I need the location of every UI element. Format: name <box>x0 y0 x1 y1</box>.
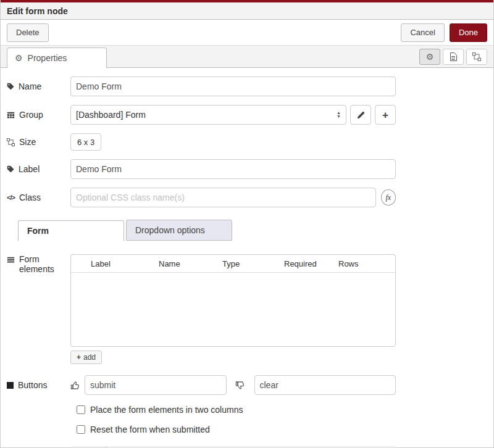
size-icon <box>7 138 15 146</box>
code-icon: </> <box>7 194 15 201</box>
column-header: Label <box>91 259 159 268</box>
two-columns-option: Place the form elements in two columns <box>77 405 493 415</box>
reset-option: Reset the form when submitted <box>77 425 493 434</box>
dialog-title: Edit form node <box>7 6 68 16</box>
editor-tabbar: ⚙ Properties ⚙ <box>1 46 493 68</box>
gear-icon: ⚙ <box>15 53 23 63</box>
cancel-button[interactable]: Cancel <box>401 23 444 42</box>
edit-form-node-dialog: Edit form node Delete Cancel Done ⚙ Prop… <box>0 0 494 448</box>
reset-checkbox[interactable] <box>77 425 85 434</box>
column-header: Rows <box>338 259 359 268</box>
group-label: Group <box>7 110 70 120</box>
form-elements-table-header: Label Name Type Required Rows <box>71 255 395 273</box>
column-header: Type <box>222 259 284 268</box>
size-row: Size 6 x 3 <box>7 133 493 151</box>
class-field[interactable] <box>70 188 376 207</box>
size-button[interactable]: 6 x 3 <box>70 133 101 151</box>
description-button[interactable] <box>443 49 464 65</box>
plus-icon: + <box>382 110 388 120</box>
name-field[interactable] <box>70 77 396 96</box>
name-row: Name <box>7 77 493 96</box>
tag-icon <box>7 83 14 90</box>
dialog-toolbar: Delete Cancel Done <box>1 20 493 46</box>
done-button[interactable]: Done <box>450 23 487 42</box>
column-header: Required <box>284 259 338 268</box>
subtab-dropdown-options[interactable]: Dropdown options <box>126 220 232 241</box>
label-field[interactable] <box>70 159 396 179</box>
add-element-button[interactable]: + add <box>70 351 102 364</box>
two-columns-checkbox[interactable] <box>77 405 85 414</box>
thumbs-up-icon <box>70 381 80 390</box>
table-icon <box>7 111 15 119</box>
two-columns-checkbox-label: Place the form elements in two columns <box>90 405 243 415</box>
tab-properties[interactable]: ⚙ Properties <box>7 48 107 68</box>
file-text-icon <box>450 52 457 61</box>
name-label: Name <box>7 81 70 91</box>
clear-button-field[interactable] <box>254 375 396 395</box>
add-group-button[interactable]: + <box>375 105 396 125</box>
gear-icon: ⚙ <box>426 52 434 62</box>
dialog-header: Edit form node <box>1 2 493 20</box>
list-icon <box>7 256 15 264</box>
tab-right-buttons: ⚙ <box>419 49 487 65</box>
tab-properties-label: Properties <box>28 53 67 63</box>
group-select[interactable]: [Dashboard] Form ▲▼ <box>70 105 346 125</box>
thumbs-down-icon <box>235 381 245 390</box>
buttons-row: Buttons <box>7 375 493 395</box>
square-icon <box>7 382 14 389</box>
node-settings-button[interactable]: ⚙ <box>419 49 440 65</box>
size-label: Size <box>7 137 70 147</box>
buttons-label: Buttons <box>7 380 70 390</box>
class-label: </> Class <box>7 193 70 202</box>
appearance-button[interactable] <box>466 49 487 65</box>
group-row: Group [Dashboard] Form ▲▼ + <box>7 105 493 125</box>
subtab-form[interactable]: Form <box>18 220 124 241</box>
delete-button[interactable]: Delete <box>7 23 49 42</box>
fx-button[interactable]: fx <box>381 189 396 205</box>
tag-icon <box>7 165 14 173</box>
form-elements-editor: Label Name Type Required Rows + add <box>70 254 396 364</box>
form-elements-label: Form elements <box>7 254 70 364</box>
label-row: Label <box>7 159 493 179</box>
select-arrows-icon: ▲▼ <box>337 111 341 118</box>
form-elements-row: Form elements Label Name Type Required R… <box>7 254 493 364</box>
form-subtabs: Form Dropdown options <box>18 220 493 241</box>
label-label: Label <box>7 164 70 174</box>
object-group-icon <box>472 52 481 61</box>
group-select-value: [Dashboard] Form <box>76 110 146 120</box>
pencil-icon <box>357 111 365 119</box>
edit-group-button[interactable] <box>350 105 371 125</box>
plus-icon: + <box>77 354 81 361</box>
properties-panel: Name Group [Dashboard] Form ▲▼ <box>1 68 493 448</box>
column-header: Name <box>159 259 222 268</box>
class-row: </> Class fx <box>7 188 493 207</box>
submit-button-field[interactable] <box>85 375 227 395</box>
form-elements-table[interactable]: Label Name Type Required Rows <box>70 254 396 347</box>
reset-checkbox-label: Reset the form when submitted <box>90 425 210 434</box>
